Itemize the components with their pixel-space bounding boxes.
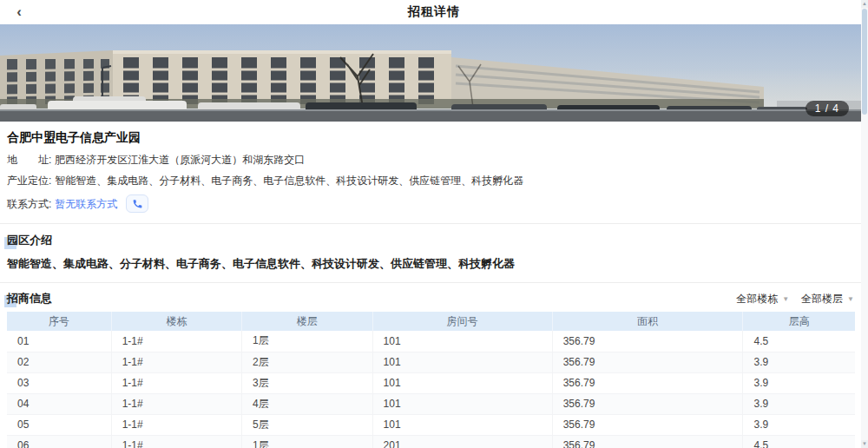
- table-cell: 356.79: [552, 414, 743, 435]
- table-cell: 2层: [242, 352, 372, 372]
- table-cell: 03: [7, 372, 111, 393]
- scroll-up-icon[interactable]: ▲: [861, 0, 868, 8]
- chevron-down-icon: ▼: [782, 295, 789, 303]
- table-row: 041-1#4层101356.793.9: [7, 393, 855, 414]
- table-cell: 3.9: [743, 393, 855, 414]
- top-nav-bar: ‹ 招租详情: [0, 0, 868, 24]
- table-cell: 5层: [242, 414, 372, 435]
- table-cell: 356.79: [552, 352, 743, 372]
- address-label: 地 址:: [7, 153, 51, 167]
- park-photo: [0, 24, 861, 122]
- table-cell: 01: [7, 331, 111, 352]
- table-cell: 1-1#: [111, 393, 241, 414]
- table-row: 051-1#5层101356.793.9: [7, 414, 855, 435]
- address-row: 地 址: 肥西经济开发区江淮大道（原派河大道）和湖东路交口: [7, 153, 861, 167]
- table-cell: 1-1#: [111, 414, 241, 435]
- industry-value: 智能智造、集成电路、分子材料、电子商务、电子信息软件、科技设计研发、供应链管理、…: [55, 174, 523, 188]
- chevron-down-icon: ▼: [847, 295, 854, 303]
- table-row: 061-1#1层201356.794.5: [7, 435, 855, 448]
- listing-header: 招商信息 全部楼栋 ▼ 全部楼层 ▼: [0, 283, 868, 312]
- column-header: 层高: [743, 312, 855, 331]
- table-cell: 06: [7, 435, 111, 448]
- table-cell: 4.5: [743, 435, 855, 448]
- page-scrollbar[interactable]: ▲ ▼: [861, 0, 868, 448]
- industry-row: 产业定位: 智能智造、集成电路、分子材料、电子商务、电子信息软件、科技设计研发、…: [7, 174, 861, 188]
- table-cell: 3.9: [743, 414, 855, 435]
- listing-filters: 全部楼栋 ▼ 全部楼层 ▼: [736, 292, 854, 306]
- page-title: 招租详情: [408, 4, 460, 20]
- column-header: 楼层: [242, 312, 372, 331]
- listing-section-title: 招商信息: [7, 291, 52, 306]
- table-cell: 05: [7, 414, 111, 435]
- building-filter-label: 全部楼栋: [736, 292, 778, 306]
- back-icon[interactable]: ‹: [9, 2, 30, 23]
- column-header: 房间号: [372, 312, 552, 331]
- column-header: 面积: [552, 312, 743, 331]
- table-cell: 1-1#: [111, 331, 241, 352]
- contact-link[interactable]: 暂无联系方式: [55, 197, 117, 211]
- table-cell: 201: [372, 435, 552, 448]
- building-filter-dropdown[interactable]: 全部楼栋 ▼: [736, 292, 789, 306]
- contact-label: 联系方式:: [7, 197, 51, 211]
- table-cell: 1-1#: [111, 435, 241, 448]
- park-name: 合肥中盟电子信息产业园: [7, 130, 861, 146]
- table-cell: 4层: [242, 393, 372, 414]
- table-cell: 3.9: [743, 352, 855, 372]
- listing-table: 序号楼栋楼层房间号面积层高 011-1#1层101356.794.5021-1#…: [7, 312, 855, 448]
- table-cell: 101: [372, 414, 552, 435]
- park-intro-section: 园区介绍 智能智造、集成电路、分子材料、电子商务、电子信息软件、科技设计研发、供…: [0, 224, 868, 282]
- intro-section-title: 园区介绍: [7, 233, 52, 248]
- table-cell: 1-1#: [111, 372, 241, 393]
- address-value: 肥西经济开发区江淮大道（原派河大道）和湖东路交口: [55, 153, 305, 167]
- table-body: 011-1#1层101356.794.5021-1#2层101356.793.9…: [7, 331, 855, 448]
- table-cell: 356.79: [552, 331, 743, 352]
- table-row: 011-1#1层101356.794.5: [7, 331, 855, 352]
- floor-filter-label: 全部楼层: [801, 292, 843, 306]
- listing-section: 招商信息 全部楼栋 ▼ 全部楼层 ▼ 序号楼栋楼层房间号面积层高 011-1#1…: [0, 283, 868, 448]
- contact-row: 联系方式: 暂无联系方式: [7, 194, 861, 213]
- table-cell: 1层: [242, 435, 372, 448]
- park-info: 合肥中盟电子信息产业园 地 址: 肥西经济开发区江淮大道（原派河大道）和湖东路交…: [0, 122, 868, 223]
- column-header: 楼栋: [111, 312, 241, 331]
- table-cell: 3层: [242, 372, 372, 393]
- table-cell: 1层: [242, 331, 372, 352]
- table-row: 031-1#3层101356.793.9: [7, 372, 855, 393]
- park-photo-carousel[interactable]: 1 / 4: [0, 24, 861, 122]
- intro-content: 智能智造、集成电路、分子材料、电子商务、电子信息软件、科技设计研发、供应链管理、…: [7, 256, 861, 272]
- table-cell: 356.79: [552, 435, 743, 448]
- industry-label: 产业定位:: [7, 174, 51, 188]
- table-cell: 04: [7, 393, 111, 414]
- scroll-down-icon[interactable]: ▼: [861, 440, 868, 448]
- table-cell: 101: [372, 393, 552, 414]
- table-cell: 1-1#: [111, 352, 241, 372]
- table-header-row: 序号楼栋楼层房间号面积层高: [7, 312, 855, 331]
- phone-call-button[interactable]: [126, 194, 148, 213]
- photo-counter-badge: 1 / 4: [806, 101, 849, 116]
- table-cell: 4.5: [743, 331, 855, 352]
- floor-filter-dropdown[interactable]: 全部楼层 ▼: [801, 292, 854, 306]
- table-cell: 101: [372, 352, 552, 372]
- table-cell: 356.79: [552, 393, 743, 414]
- table-cell: 101: [372, 331, 552, 352]
- table-cell: 356.79: [552, 372, 743, 393]
- table-row: 021-1#2层101356.793.9: [7, 352, 855, 372]
- column-header: 序号: [7, 312, 111, 331]
- table-cell: 02: [7, 352, 111, 372]
- table-cell: 3.9: [743, 372, 855, 393]
- scrollbar-thumb[interactable]: [862, 9, 867, 115]
- phone-icon: [132, 198, 143, 209]
- table-cell: 101: [372, 372, 552, 393]
